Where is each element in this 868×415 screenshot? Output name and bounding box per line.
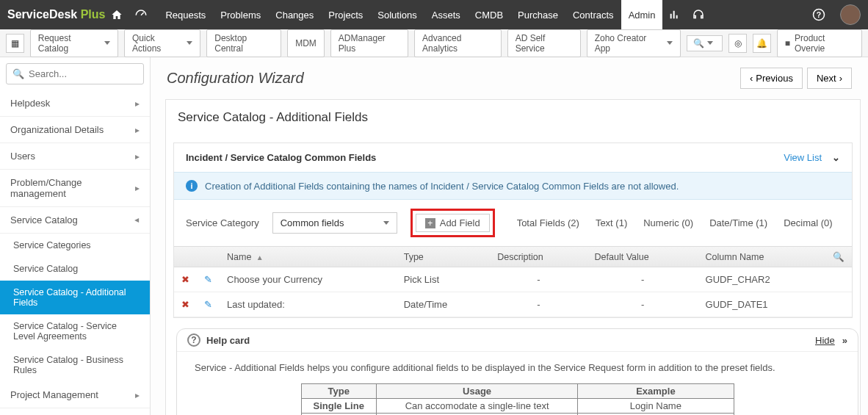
main-panel: Service Catalog - Additional Fields Inci… — [165, 99, 861, 415]
sidebar-item[interactable]: Discovery▸ — [0, 408, 150, 415]
search-icon: 🔍 — [12, 68, 24, 79]
topnav-tab-requests[interactable]: Requests — [158, 0, 213, 29]
topnav-tab-assets[interactable]: Assets — [424, 0, 468, 29]
topnav-tab-changes[interactable]: Changes — [268, 0, 321, 29]
sidebar-item[interactable]: Project Management▸ — [0, 382, 150, 408]
chevron-right-icon: ▾ — [132, 218, 142, 223]
column-header[interactable]: Default Value — [587, 247, 698, 267]
info-text: Creation of Additional Fields containing… — [205, 181, 679, 192]
topnav-tabs: RequestsProblemsChangesProjectsSolutions… — [158, 0, 662, 29]
help-icon[interactable]: ? — [812, 8, 825, 21]
add-field-button[interactable]: + Add Field — [416, 214, 490, 232]
view-list-link[interactable]: View List — [784, 152, 822, 163]
topnav-tab-contracts[interactable]: Contracts — [565, 0, 621, 29]
field-stat: Date/Time (1) — [709, 217, 767, 228]
home-icon[interactable] — [111, 9, 123, 21]
fields-subpanel: Incident / Service Catalog Common Fields… — [173, 142, 853, 318]
chevron-down-icon[interactable]: ⌄ — [832, 152, 840, 163]
sidebar-subitem[interactable]: Service Catalog - Business Rules — [0, 348, 150, 382]
field-stat: Text (1) — [596, 217, 627, 228]
fields-table: Name ▲TypeDescriptionDefault ValueColumn… — [174, 246, 852, 317]
scan-icon[interactable]: ◎ — [728, 34, 747, 53]
cell-name: Last updated: — [220, 292, 397, 317]
page-title: Configuration Wizard — [167, 70, 304, 87]
avatar[interactable] — [840, 4, 861, 25]
service-category-select[interactable]: Common fields — [272, 212, 397, 234]
column-header[interactable]: Description — [490, 247, 587, 267]
topnav-tab-cmdb[interactable]: CMDB — [468, 0, 510, 29]
table-row: ✖✎Last updated:Date/Time--GUDF_DATE1 — [174, 292, 852, 317]
quick-actions-dropdown[interactable]: Quick Actions — [124, 29, 200, 57]
edit-icon[interactable]: ✎ — [204, 274, 212, 285]
search-icon: 🔍 — [693, 38, 704, 48]
help-col: Usage — [376, 384, 577, 399]
cell-type: Date/Time — [397, 292, 490, 317]
launcher-icon[interactable]: ▦ — [6, 34, 24, 53]
notification-icon[interactable]: 🔔 — [753, 34, 771, 53]
service-category-label: Service Category — [186, 217, 259, 228]
secbar-link[interactable]: AD Self Service — [507, 29, 581, 57]
cell-default: - — [587, 267, 698, 292]
sidebar-search[interactable]: 🔍 — [6, 63, 144, 84]
delete-icon[interactable]: ✖ — [181, 274, 189, 285]
top-nav: ServiceDesk Plus RequestsProblemsChanges… — [0, 0, 868, 29]
sidebar-item[interactable]: Helpdesk▸ — [0, 90, 150, 117]
chevron-right-icon[interactable]: » — [842, 335, 847, 346]
hide-link[interactable]: Hide — [815, 335, 835, 346]
chevron-left-icon: ‹ — [750, 73, 753, 84]
help-card: ? Help card Hide » Service - Additional … — [176, 328, 858, 415]
topnav-tab-solutions[interactable]: Solutions — [370, 0, 424, 29]
secondary-bar: ▦ Request Catalog Quick Actions Desktop … — [0, 29, 868, 57]
sidebar-subitem[interactable]: Service Categories — [0, 234, 150, 257]
info-icon: i — [186, 180, 198, 192]
help-title: Help card — [206, 335, 250, 346]
info-bar: i Creation of Additional Fields containi… — [174, 172, 852, 200]
request-catalog-dropdown[interactable]: Request Catalog — [30, 29, 118, 57]
sidebar-item[interactable]: Problem/Change management▸ — [0, 170, 150, 207]
field-stat: Numeric (0) — [643, 217, 693, 228]
sidebar-search-input[interactable] — [29, 68, 137, 79]
table-row: ✖✎Choose your CurrencyPick List--GUDF_CH… — [174, 267, 852, 292]
product-overview-button[interactable]: ■Product Overvie — [777, 29, 862, 57]
global-search[interactable]: 🔍 — [687, 35, 723, 51]
column-header[interactable]: Column Name — [698, 247, 825, 267]
secbar-link[interactable]: Advanced Analytics — [414, 29, 502, 57]
sidebar-subitem[interactable]: Service Catalog — [0, 257, 150, 281]
delete-icon[interactable]: ✖ — [181, 299, 189, 310]
secbar-link[interactable]: ADManager Plus — [330, 29, 408, 57]
sidebar-item[interactable]: Organizational Details▸ — [0, 117, 150, 143]
chevron-right-icon: ▸ — [135, 98, 140, 109]
topnav-tab-admin[interactable]: Admin — [621, 0, 663, 29]
topnav-tab-purchase[interactable]: Purchase — [510, 0, 565, 29]
sidebar-item[interactable]: Service Catalog▾ — [0, 207, 150, 234]
edit-icon[interactable]: ✎ — [204, 299, 212, 310]
secbar-link[interactable]: Zoho Creator App — [587, 29, 681, 57]
chevron-right-icon: ▸ — [135, 125, 140, 135]
sidebar-subitem[interactable]: Service Catalog - Service Level Agreemen… — [0, 314, 150, 348]
logo: ServiceDesk Plus — [7, 8, 105, 21]
field-stat: Decimal (0) — [784, 217, 832, 228]
reports-icon[interactable] — [668, 9, 680, 21]
headset-icon[interactable] — [692, 8, 705, 21]
topnav-tab-problems[interactable]: Problems — [213, 0, 268, 29]
sidebar: 🔍 Helpdesk▸Organizational Details▸Users▸… — [0, 57, 151, 415]
column-header[interactable]: Name ▲ — [220, 247, 397, 267]
chevron-right-icon: ▸ — [135, 151, 140, 162]
cell-column: GUDF_CHAR2 — [698, 267, 825, 292]
search-icon[interactable]: 🔍 — [833, 252, 845, 262]
secbar-link[interactable]: Desktop Central — [206, 29, 281, 57]
svg-text:?: ? — [817, 10, 821, 19]
column-header[interactable]: Type — [397, 247, 490, 267]
help-table: TypeUsageExample Single LineCan accomoda… — [301, 383, 734, 415]
topnav-tab-projects[interactable]: Projects — [321, 0, 370, 29]
sidebar-item[interactable]: Users▸ — [0, 143, 150, 170]
secbar-link[interactable]: MDM — [287, 29, 325, 57]
help-col: Type — [301, 384, 376, 399]
main-content: Configuration Wizard ‹Previous Next› Ser… — [151, 57, 868, 415]
dashboard-icon[interactable] — [134, 8, 148, 21]
sidebar-subitem[interactable]: Service Catalog - Additional Fields — [0, 281, 150, 314]
previous-button[interactable]: ‹Previous — [740, 68, 803, 89]
help-intro: Service - Additional Fields helps you co… — [195, 362, 840, 373]
next-button[interactable]: Next› — [807, 68, 852, 89]
panel-title: Service Catalog - Additional Fields — [166, 100, 860, 135]
